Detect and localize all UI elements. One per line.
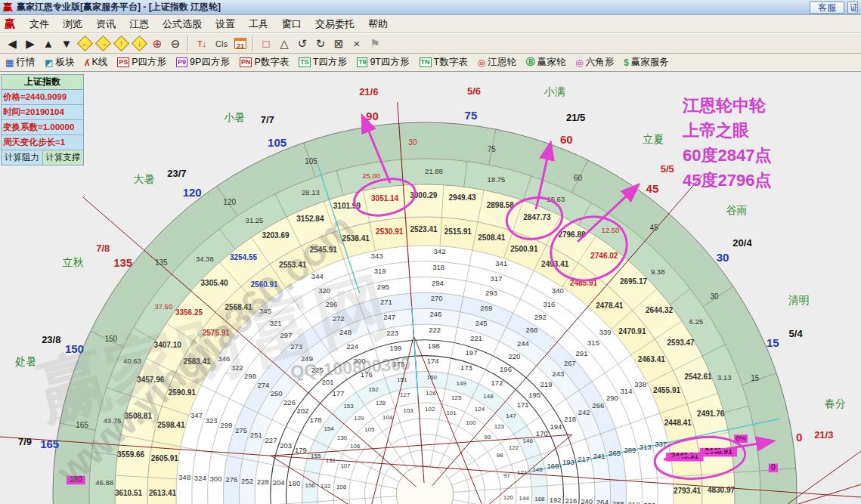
menu-资讯[interactable]: 资讯 [89, 17, 122, 31]
wheel-value-label: 154 [324, 425, 334, 432]
grid-icon: ▦ [5, 57, 14, 68]
wheel-value-label: 222 [429, 326, 441, 334]
p-table-button[interactable]: PNP数字表 [238, 55, 290, 70]
menu-设置[interactable]: 设置 [209, 17, 242, 31]
p-square-button[interactable]: PSP四方形 [116, 55, 168, 70]
wheel-value-label: 193 [562, 458, 575, 466]
toolbar-label: 9T四方形 [370, 56, 409, 69]
wheel-value-label: 3.13 [717, 373, 732, 382]
menu-江恩[interactable]: 江恩 [122, 17, 156, 31]
wheel-value-label: 132 [321, 483, 331, 490]
nine-p-square-button[interactable]: P99P四方形 [175, 55, 231, 70]
rotate-cw-icon[interactable]: ↻ [311, 36, 330, 52]
menu-窗口[interactable]: 窗口 [275, 17, 308, 31]
rect-tool-icon[interactable]: □ [257, 36, 275, 52]
menu-浏览[interactable]: 浏览 [56, 17, 89, 31]
instrument-name: 上证指数 [2, 75, 83, 90]
wheel-value-label: 125 [451, 394, 462, 401]
calc-support-button[interactable]: 计算支撑 [43, 150, 84, 165]
wheel-value-label: 12.50 [602, 226, 620, 234]
diamond-down-icon[interactable]: ↓ [130, 36, 148, 52]
toolbar-label: 板块 [56, 56, 75, 69]
menu-交易委托[interactable]: 交易委托 [308, 17, 361, 31]
wheel-value-label: 128 [376, 400, 386, 407]
diamond-left-icon[interactable]: ← [76, 36, 94, 52]
wheel-value-label: 220 [508, 352, 520, 360]
wheel-value-label: 7/8 [96, 243, 110, 254]
hexagon-icon: ◎ [575, 57, 583, 68]
toolbar-label: 六角形 [586, 56, 615, 69]
calendar-icon[interactable]: 21 [231, 36, 249, 52]
wheel-value-label: 2644.32 [646, 306, 674, 314]
nav-forward-icon[interactable]: ▶ [21, 36, 39, 52]
toolbar-label: T四方形 [313, 56, 347, 69]
info-row: 周天变化步长=1 [2, 135, 83, 150]
customer-service-button[interactable]: 客服 [810, 2, 844, 14]
toolbar-label: 行情 [16, 56, 35, 69]
wheel-value-label: 2455.91 [653, 386, 681, 394]
wheel-value-label: 3254.55 [230, 253, 258, 261]
wheel-value-label: 155 [311, 453, 321, 459]
cls-button[interactable]: Cls [212, 36, 231, 52]
calc-resistance-button[interactable]: 计算阻力 [2, 150, 43, 165]
wheel-value-label: 240 [581, 497, 593, 504]
wheel-value-label: 大暑 [134, 173, 155, 185]
arrow-down-icon[interactable]: ▼ [57, 36, 76, 52]
t-arrow-icon[interactable]: T↓ [192, 36, 212, 52]
wheel-value-label: 2949.43 [448, 193, 476, 202]
wheel-value-label: 30 [710, 292, 719, 301]
main-toolbar: ◀▶▲▼←→↑↓⊕⊖T↓Cls21□△↺↻⊠×⚑ [0, 33, 861, 54]
menu-工具[interactable]: 工具 [242, 17, 275, 31]
annotation-line: 江恩轮中轮 [683, 93, 771, 118]
quotes-button[interactable]: ▦行情 [4, 55, 36, 70]
hexagon-button[interactable]: ◎六角形 [574, 55, 615, 70]
clipped-edge-button[interactable]: 证 [847, 2, 858, 14]
zoom-out-icon[interactable]: ⊖ [166, 36, 184, 52]
triangle-tool-icon[interactable]: △ [275, 36, 293, 52]
wheel-value-label: 45 [646, 182, 659, 195]
info-row: 价格=2440.9099 [2, 90, 83, 105]
wheel-value-label: 60 [574, 174, 583, 182]
menu-帮助[interactable]: 帮助 [361, 17, 395, 31]
zoom-in-icon[interactable]: ⊕ [148, 36, 166, 52]
wheel-value-label: 340 [552, 286, 564, 295]
wheel-value-label: 2793.41 [674, 487, 701, 495]
wheel-value-label: 立夏 [643, 133, 664, 145]
wheel-value-label: 37.50 [154, 302, 172, 311]
wheel-value-label: 250 [271, 389, 283, 397]
diamond-up-icon[interactable]: ↑ [112, 36, 130, 52]
kline-button[interactable]: ʎK线 [83, 55, 110, 70]
menu-文件[interactable]: 文件 [23, 17, 56, 31]
gann-wheel-button[interactable]: ◎江恩轮 [476, 55, 518, 70]
wheel-value-label: 75 [465, 109, 478, 122]
wheel-value-label: 323 [206, 416, 218, 425]
wheel-value-label: 300 [210, 475, 222, 483]
wheel-value-label: 122 [509, 444, 519, 451]
big-circle-icon: Ⓑ [526, 56, 535, 69]
menu-公式选股[interactable]: 公式选股 [156, 17, 209, 31]
sectors-button[interactable]: ◩板块 [43, 55, 76, 70]
target-icon: ◎ [478, 57, 485, 68]
wheel-value-label: 3610.51 [115, 489, 143, 497]
wheel-value-label: 5/6 [467, 85, 481, 97]
t-square-button[interactable]: TST四方形 [297, 55, 348, 70]
rotate-ccw-icon[interactable]: ↺ [293, 36, 311, 52]
wheel-value-label: 269 [480, 304, 492, 312]
winner-wheel-button[interactable]: Ⓑ赢家轮 [525, 55, 568, 70]
wheel-value-label: 179 [295, 446, 307, 454]
wheel-value-label: 97 [503, 472, 510, 479]
t-table-button[interactable]: TNT数字表 [418, 55, 469, 70]
wheel-value-label: 126 [426, 390, 436, 397]
arrow-up-icon[interactable]: ▲ [39, 36, 57, 52]
wheel-value-label: 165 [40, 438, 59, 450]
wheel-value-label: 147 [506, 413, 516, 419]
nine-t-square-button[interactable]: T99T四方形 [355, 55, 411, 70]
diamond-right-icon[interactable]: → [94, 36, 112, 52]
nav-back-icon[interactable]: ◀ [3, 36, 21, 52]
wheel-value-label: 149 [457, 380, 467, 387]
flag-icon[interactable]: ⚑ [366, 36, 384, 52]
cross-icon[interactable]: × [348, 36, 366, 52]
winner-service-button[interactable]: $赢家服务 [622, 55, 671, 70]
wheel-value-label: 2478.41 [596, 301, 624, 310]
box-x-icon[interactable]: ⊠ [330, 36, 348, 52]
